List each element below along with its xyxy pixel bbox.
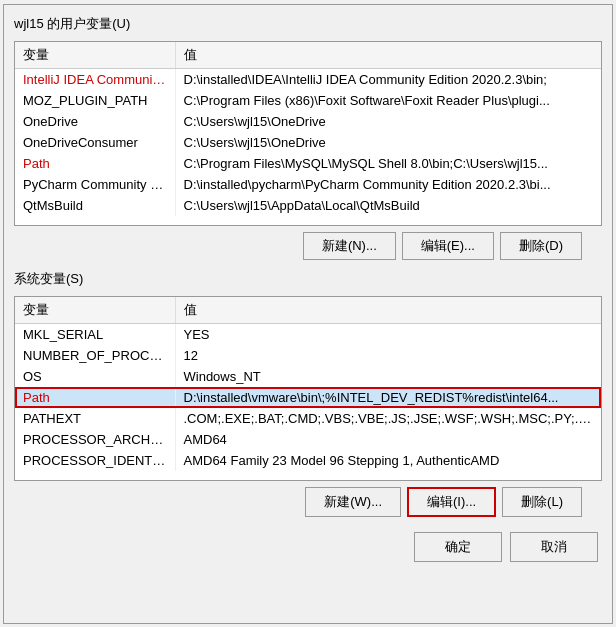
var-name-cell: PATHEXT (15, 408, 175, 429)
var-value-cell: C:\Program Files (x86)\Foxit Software\Fo… (175, 90, 601, 111)
cancel-button[interactable]: 取消 (510, 532, 598, 562)
table-row[interactable]: MKL_SERIALYES (15, 323, 601, 345)
table-row[interactable]: OneDriveC:\Users\wjl15\OneDrive (15, 111, 601, 132)
table-row[interactable]: PROCESSOR_IDENTIFIERAMD64 Family 23 Mode… (15, 450, 601, 471)
ok-button[interactable]: 确定 (414, 532, 502, 562)
table-row[interactable]: NUMBER_OF_PROCESSORS12 (15, 345, 601, 366)
sys-delete-button[interactable]: 删除(L) (502, 487, 582, 517)
var-name-cell: MKL_SERIAL (15, 323, 175, 345)
var-value-cell: Windows_NT (175, 366, 601, 387)
var-name-cell: OneDriveConsumer (15, 132, 175, 153)
var-value-cell: 12 (175, 345, 601, 366)
user-vars-table: 变量 值 IntelliJ IDEA Community E...D:\inst… (15, 42, 601, 216)
system-vars-col-val: 值 (175, 297, 601, 324)
var-name-cell: IntelliJ IDEA Community E... (15, 68, 175, 90)
table-row[interactable]: MOZ_PLUGIN_PATHC:\Program Files (x86)\Fo… (15, 90, 601, 111)
table-row[interactable]: PATHEXT.COM;.EXE;.BAT;.CMD;.VBS;.VBE;.JS… (15, 408, 601, 429)
var-name-cell: Path (15, 387, 175, 408)
var-name-cell: PROCESSOR_ARCHITECT... (15, 429, 175, 450)
system-vars-header-row: 变量 值 (15, 297, 601, 324)
system-vars-title: 系统变量(S) (14, 270, 602, 288)
table-row[interactable]: OneDriveConsumerC:\Users\wjl15\OneDrive (15, 132, 601, 153)
system-vars-table: 变量 值 MKL_SERIALYESNUMBER_OF_PROCESSORS12… (15, 297, 601, 471)
var-name-cell: MOZ_PLUGIN_PATH (15, 90, 175, 111)
user-vars-header-row: 变量 值 (15, 42, 601, 69)
var-value-cell: YES (175, 323, 601, 345)
user-vars-tbody: IntelliJ IDEA Community E...D:\installed… (15, 68, 601, 216)
var-value-cell: AMD64 Family 23 Model 96 Stepping 1, Aut… (175, 450, 601, 471)
table-row[interactable]: QtMsBuildC:\Users\wjl15\AppData\Local\Qt… (15, 195, 601, 216)
table-row[interactable]: PROCESSOR_ARCHITECT...AMD64 (15, 429, 601, 450)
user-new-button[interactable]: 新建(N)... (303, 232, 396, 260)
system-vars-table-container: 变量 值 MKL_SERIALYESNUMBER_OF_PROCESSORS12… (14, 296, 602, 481)
user-vars-title: wjl15 的用户变量(U) (14, 15, 602, 33)
user-edit-button[interactable]: 编辑(E)... (402, 232, 494, 260)
table-row[interactable]: IntelliJ IDEA Community E...D:\installed… (15, 68, 601, 90)
table-row[interactable]: OSWindows_NT (15, 366, 601, 387)
user-vars-section: wjl15 的用户变量(U) 变量 值 IntelliJ IDEA Commun… (14, 15, 602, 260)
var-value-cell: .COM;.EXE;.BAT;.CMD;.VBS;.VBE;.JS;.JSE;.… (175, 408, 601, 429)
var-value-cell: D:\installed\IDEA\IntelliJ IDEA Communit… (175, 68, 601, 90)
system-vars-col-var: 变量 (15, 297, 175, 324)
sys-new-button[interactable]: 新建(W)... (305, 487, 401, 517)
bottom-btn-row: 确定 取消 (14, 527, 602, 562)
system-vars-section: 系统变量(S) 变量 值 MKL_SERIALYESNUMBER_OF_PROC… (14, 270, 602, 517)
var-name-cell: OS (15, 366, 175, 387)
sys-edit-button[interactable]: 编辑(I)... (407, 487, 496, 517)
var-value-cell: C:\Users\wjl15\OneDrive (175, 111, 601, 132)
var-value-cell: D:\installed\vmware\bin\;%INTEL_DEV_REDI… (175, 387, 601, 408)
table-row[interactable]: PyCharm Community Editi...D:\installed\p… (15, 174, 601, 195)
var-value-cell: C:\Program Files\MySQL\MySQL Shell 8.0\b… (175, 153, 601, 174)
user-vars-table-container: 变量 值 IntelliJ IDEA Community E...D:\inst… (14, 41, 602, 226)
user-vars-col-val: 值 (175, 42, 601, 69)
var-value-cell: C:\Users\wjl15\OneDrive (175, 132, 601, 153)
var-name-cell: PyCharm Community Editi... (15, 174, 175, 195)
table-row[interactable]: PathC:\Program Files\MySQL\MySQL Shell 8… (15, 153, 601, 174)
var-name-cell: PROCESSOR_IDENTIFIER (15, 450, 175, 471)
system-vars-tbody: MKL_SERIALYESNUMBER_OF_PROCESSORS12OSWin… (15, 323, 601, 471)
var-name-cell: QtMsBuild (15, 195, 175, 216)
environment-variables-dialog: wjl15 的用户变量(U) 变量 值 IntelliJ IDEA Commun… (3, 4, 613, 624)
var-name-cell: Path (15, 153, 175, 174)
var-value-cell: D:\installed\pycharm\PyCharm Community E… (175, 174, 601, 195)
system-vars-btn-row: 新建(W)... 编辑(I)... 删除(L) (14, 487, 602, 517)
var-name-cell: OneDrive (15, 111, 175, 132)
var-value-cell: AMD64 (175, 429, 601, 450)
var-value-cell: C:\Users\wjl15\AppData\Local\QtMsBuild (175, 195, 601, 216)
user-vars-btn-row: 新建(N)... 编辑(E)... 删除(D) (14, 232, 602, 260)
table-row[interactable]: PathD:\installed\vmware\bin\;%INTEL_DEV_… (15, 387, 601, 408)
user-delete-button[interactable]: 删除(D) (500, 232, 582, 260)
user-vars-col-var: 变量 (15, 42, 175, 69)
var-name-cell: NUMBER_OF_PROCESSORS (15, 345, 175, 366)
